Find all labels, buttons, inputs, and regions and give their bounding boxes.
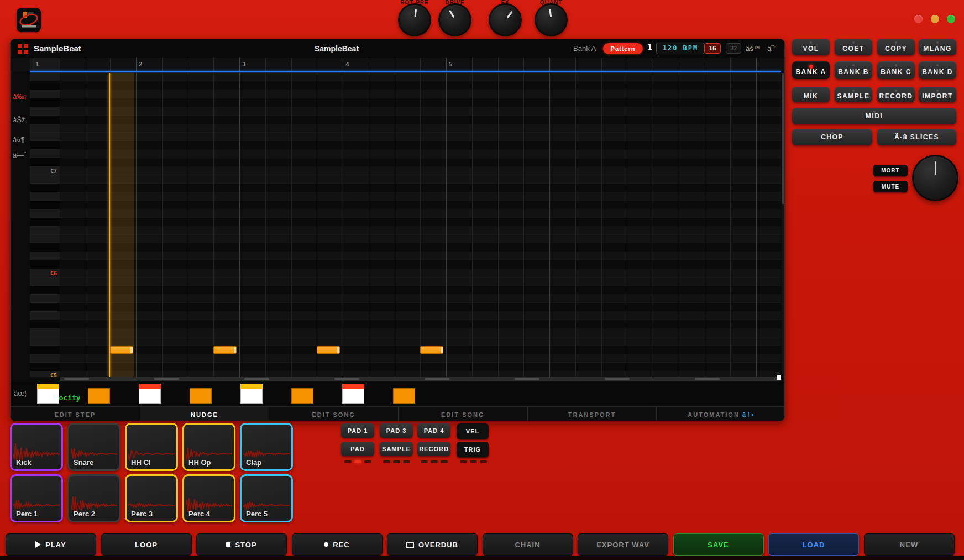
horizontal-scrollbar[interactable] (60, 377, 781, 381)
key-row[interactable] (30, 98, 60, 107)
key-row[interactable] (30, 346, 60, 354)
midi-note[interactable] (420, 346, 443, 354)
mute-button[interactable]: MUTE (873, 181, 908, 192)
pattern-grid-icon[interactable] (18, 44, 28, 54)
pad-perc-5[interactable]: Perc 5 (240, 474, 293, 522)
key-row[interactable] (30, 158, 60, 166)
key-row[interactable] (30, 252, 60, 260)
key-row[interactable] (30, 354, 60, 363)
panel-button-bank-a[interactable]: BANK A (792, 61, 830, 79)
dots-icon[interactable]: â«¶ (13, 136, 27, 144)
velocity-bar[interactable] (291, 388, 313, 404)
knob-dial[interactable] (438, 3, 471, 36)
knob-dial[interactable] (535, 3, 568, 36)
velocity-bar[interactable] (37, 384, 59, 404)
panel-button-bank-b[interactable]: BANK B (835, 61, 872, 79)
piano-roll-grid[interactable]: C7C6C5 (30, 73, 781, 377)
panel-button-bank-c[interactable]: BANK C (877, 61, 915, 79)
key-row[interactable] (30, 295, 60, 303)
key-row[interactable] (30, 337, 60, 346)
midi-button[interactable]: MIDI (792, 108, 956, 124)
key-row[interactable] (30, 107, 60, 116)
tab-transport[interactable]: TRANSPORT (527, 407, 657, 421)
vertical-scrollbar-thumb[interactable] (782, 73, 785, 204)
key-row[interactable] (30, 303, 60, 311)
transport-button-chain[interactable]: CHAIN (483, 533, 573, 556)
velocity-bar[interactable] (342, 384, 364, 404)
velocity-bar[interactable] (240, 384, 263, 404)
key-row[interactable] (30, 235, 60, 243)
key-row[interactable] (30, 243, 60, 252)
key-row[interactable] (30, 320, 60, 328)
key-row[interactable] (30, 133, 60, 141)
tab-nudge[interactable]: NUDGE (140, 407, 269, 421)
slices-button[interactable]: Ã·8 SLICES (877, 129, 956, 145)
key-row[interactable] (30, 150, 60, 158)
pad-hh-cl[interactable]: HH Cl (125, 423, 178, 471)
zoom-window-dot[interactable] (947, 15, 955, 23)
steps-32-badge[interactable]: 32 (726, 43, 741, 54)
mort-button[interactable]: MORT (873, 165, 908, 176)
fx-knob[interactable]: FX (489, 3, 522, 36)
tab-edit-song[interactable]: EDIT SONG (398, 407, 527, 421)
tab-edit-song[interactable]: EDIT SONG (269, 407, 398, 421)
pad-perc-3[interactable]: Perc 3 (125, 474, 178, 522)
minimize-window-dot[interactable] (931, 15, 939, 23)
steps-16-badge[interactable]: 16 (704, 43, 721, 54)
key-row[interactable] (30, 116, 60, 124)
transport-button-overdub[interactable]: OVERDUB (387, 533, 478, 556)
list-icon[interactable]: â‰¡ (13, 93, 27, 101)
midi-note[interactable] (317, 346, 340, 354)
menu-icon[interactable]: â˜° (767, 39, 777, 58)
key-row[interactable] (30, 184, 60, 192)
velocity-bar[interactable] (88, 388, 110, 404)
vertical-scrollbar[interactable] (782, 73, 785, 377)
panel-button-import[interactable]: IMPORT (919, 87, 956, 102)
key-row[interactable] (30, 201, 60, 209)
midi-note[interactable] (213, 346, 237, 354)
mode-button-pad-3[interactable]: PAD 3 (380, 423, 413, 438)
panel-button-record[interactable]: RECORD (877, 87, 915, 102)
key-row[interactable] (30, 363, 60, 371)
key-row[interactable] (30, 141, 60, 149)
transport-button-export-wav[interactable]: EXPORT WAV (578, 533, 668, 556)
mode-button-trig[interactable]: TRIG (457, 442, 489, 457)
mode-button-sample[interactable]: SAMPLE (380, 442, 413, 456)
fx-knob[interactable]: QUANT (535, 3, 568, 36)
mode-button-vel[interactable]: VEL (457, 423, 489, 439)
pad-clap[interactable]: Clap (240, 423, 293, 471)
mode-button-record[interactable]: RECORD (417, 442, 450, 456)
pad-snare[interactable]: Snare (67, 423, 120, 471)
transport-button-rec[interactable]: REC (292, 533, 383, 556)
master-knob[interactable] (912, 155, 958, 201)
add-grid-icon[interactable]: âŠž (13, 116, 27, 124)
close-window-dot[interactable] (914, 15, 923, 23)
key-row[interactable] (30, 278, 60, 286)
key-row[interactable] (30, 90, 60, 98)
key-row[interactable] (30, 227, 60, 235)
pattern-badge[interactable]: Pattern (603, 43, 643, 54)
mode-button-pad-1[interactable]: PAD 1 (341, 423, 374, 438)
tab-automation[interactable]: AUTOMATION â†• (656, 407, 785, 421)
transport-button-load[interactable]: LOAD (768, 533, 859, 556)
panel-button-sample[interactable]: SAMPLE (835, 87, 872, 102)
panel-button-bank-d[interactable]: BANK D (919, 61, 956, 79)
key-row[interactable] (30, 312, 60, 320)
fx-knob[interactable]: DRIVE (438, 3, 471, 36)
transport-button-loop[interactable]: LOOP (101, 533, 192, 556)
key-row[interactable] (30, 192, 60, 201)
panel-button-coet[interactable]: COET (835, 39, 872, 55)
key-row[interactable] (30, 329, 60, 337)
pad-hh-op[interactable]: HH Op (182, 423, 235, 471)
midi-note[interactable] (110, 346, 133, 354)
pad-perc-2[interactable]: Perc 2 (67, 474, 120, 522)
transport-button-save[interactable]: SAVE (673, 533, 764, 556)
pad-perc-4[interactable]: Perc 4 (182, 474, 235, 522)
gear-icon[interactable]: âš™ (746, 39, 761, 58)
knob-dial[interactable] (398, 3, 431, 36)
panel-button-copy[interactable]: COPY (877, 39, 915, 55)
transport-button-play[interactable]: PLAY (6, 533, 96, 556)
velocity-bar[interactable] (190, 388, 212, 404)
knob-dial[interactable] (489, 3, 522, 36)
transport-button-stop[interactable]: STOP (196, 533, 287, 556)
